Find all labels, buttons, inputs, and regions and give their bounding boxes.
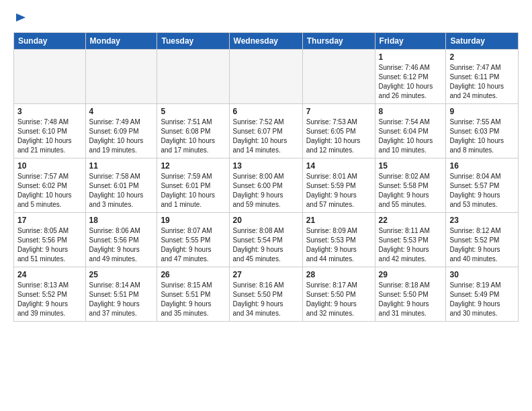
day-number: 11 <box>89 161 154 171</box>
calendar-day-16: 16Sunrise: 8:04 AM Sunset: 5:57 PM Dayli… <box>446 158 519 213</box>
day-info: Sunrise: 8:04 AM Sunset: 5:57 PM Dayligh… <box>449 172 515 210</box>
day-number: 29 <box>379 270 443 279</box>
calendar-day-4: 4Sunrise: 7:49 AM Sunset: 6:09 PM Daylig… <box>85 104 157 158</box>
calendar-day-30: 30Sunrise: 8:19 AM Sunset: 5:49 PM Dayli… <box>446 267 519 322</box>
day-number: 9 <box>449 107 515 116</box>
day-number: 28 <box>306 270 371 279</box>
day-info: Sunrise: 7:58 AM Sunset: 6:01 PM Dayligh… <box>89 172 154 210</box>
day-info: Sunrise: 8:00 AM Sunset: 6:00 PM Dayligh… <box>233 172 299 210</box>
day-info: Sunrise: 7:54 AM Sunset: 6:04 PM Dayligh… <box>379 118 443 155</box>
calendar-day-10: 10Sunrise: 7:57 AM Sunset: 6:02 PM Dayli… <box>14 158 86 213</box>
day-info: Sunrise: 8:02 AM Sunset: 5:58 PM Dayligh… <box>379 172 443 210</box>
calendar-day-21: 21Sunrise: 8:09 AM Sunset: 5:53 PM Dayli… <box>302 213 375 267</box>
day-number: 3 <box>17 107 82 116</box>
weekday-header-wednesday: Wednesday <box>229 33 302 50</box>
day-info: Sunrise: 8:19 AM Sunset: 5:49 PM Dayligh… <box>449 281 515 318</box>
day-info: Sunrise: 8:06 AM Sunset: 5:56 PM Dayligh… <box>89 226 154 264</box>
day-info: Sunrise: 8:11 AM Sunset: 5:53 PM Dayligh… <box>379 226 443 264</box>
day-number: 1 <box>379 52 443 62</box>
day-number: 16 <box>449 161 515 171</box>
day-number: 13 <box>233 161 299 171</box>
calendar-day-5: 5Sunrise: 7:51 AM Sunset: 6:08 PM Daylig… <box>157 104 229 158</box>
day-info: Sunrise: 8:15 AM Sunset: 5:51 PM Dayligh… <box>161 281 225 318</box>
calendar-empty-cell <box>229 50 302 104</box>
day-info: Sunrise: 8:01 AM Sunset: 5:59 PM Dayligh… <box>306 172 371 210</box>
day-number: 23 <box>449 216 515 225</box>
day-number: 6 <box>233 107 299 116</box>
calendar-day-18: 18Sunrise: 8:06 AM Sunset: 5:56 PM Dayli… <box>85 213 157 267</box>
day-number: 8 <box>379 107 443 116</box>
day-info: Sunrise: 7:51 AM Sunset: 6:08 PM Dayligh… <box>161 118 225 155</box>
day-number: 22 <box>379 216 443 225</box>
day-info: Sunrise: 7:55 AM Sunset: 6:03 PM Dayligh… <box>449 118 515 155</box>
calendar-day-12: 12Sunrise: 7:59 AM Sunset: 6:01 PM Dayli… <box>157 158 229 213</box>
day-number: 15 <box>379 161 443 171</box>
calendar-day-2: 2Sunrise: 7:47 AM Sunset: 6:11 PM Daylig… <box>446 50 519 104</box>
weekday-header-thursday: Thursday <box>302 33 375 50</box>
day-info: Sunrise: 8:08 AM Sunset: 5:54 PM Dayligh… <box>233 226 299 264</box>
day-info: Sunrise: 7:57 AM Sunset: 6:02 PM Dayligh… <box>17 172 82 210</box>
day-number: 27 <box>233 270 299 279</box>
weekday-header-friday: Friday <box>375 33 446 50</box>
calendar-table: SundayMondayTuesdayWednesdayThursdayFrid… <box>13 32 519 322</box>
day-info: Sunrise: 8:07 AM Sunset: 5:55 PM Dayligh… <box>161 226 225 264</box>
calendar-week-row: 10Sunrise: 7:57 AM Sunset: 6:02 PM Dayli… <box>14 158 519 213</box>
day-info: Sunrise: 8:12 AM Sunset: 5:52 PM Dayligh… <box>449 226 515 264</box>
calendar-day-29: 29Sunrise: 8:18 AM Sunset: 5:50 PM Dayli… <box>375 267 446 322</box>
calendar-day-7: 7Sunrise: 7:53 AM Sunset: 6:05 PM Daylig… <box>302 104 375 158</box>
calendar-week-row: 17Sunrise: 8:05 AM Sunset: 5:56 PM Dayli… <box>14 213 519 267</box>
calendar-week-row: 24Sunrise: 8:13 AM Sunset: 5:52 PM Dayli… <box>14 267 519 322</box>
weekday-header-tuesday: Tuesday <box>157 33 229 50</box>
day-info: Sunrise: 7:52 AM Sunset: 6:07 PM Dayligh… <box>233 118 299 155</box>
day-info: Sunrise: 8:14 AM Sunset: 5:51 PM Dayligh… <box>89 281 154 318</box>
day-number: 18 <box>89 216 154 225</box>
day-info: Sunrise: 7:59 AM Sunset: 6:01 PM Dayligh… <box>161 172 225 210</box>
calendar-week-row: 3Sunrise: 7:48 AM Sunset: 6:10 PM Daylig… <box>14 104 519 158</box>
day-number: 12 <box>161 161 225 171</box>
day-number: 4 <box>89 107 154 116</box>
day-number: 24 <box>17 270 82 279</box>
day-number: 19 <box>161 216 225 225</box>
calendar-day-14: 14Sunrise: 8:01 AM Sunset: 5:59 PM Dayli… <box>302 158 375 213</box>
day-number: 21 <box>306 216 371 225</box>
weekday-header-sunday: Sunday <box>14 33 86 50</box>
day-info: Sunrise: 8:13 AM Sunset: 5:52 PM Dayligh… <box>17 281 82 318</box>
calendar-day-15: 15Sunrise: 8:02 AM Sunset: 5:58 PM Dayli… <box>375 158 446 213</box>
day-number: 20 <box>233 216 299 225</box>
calendar-day-11: 11Sunrise: 7:58 AM Sunset: 6:01 PM Dayli… <box>85 158 157 213</box>
header <box>13 11 519 27</box>
day-info: Sunrise: 8:18 AM Sunset: 5:50 PM Dayligh… <box>379 281 443 318</box>
day-info: Sunrise: 7:46 AM Sunset: 6:12 PM Dayligh… <box>379 63 443 101</box>
day-number: 10 <box>17 161 82 171</box>
day-info: Sunrise: 8:16 AM Sunset: 5:50 PM Dayligh… <box>233 281 299 318</box>
calendar-day-20: 20Sunrise: 8:08 AM Sunset: 5:54 PM Dayli… <box>229 213 302 267</box>
calendar-day-9: 9Sunrise: 7:55 AM Sunset: 6:03 PM Daylig… <box>446 104 519 158</box>
day-number: 2 <box>449 52 515 62</box>
logo <box>13 13 27 27</box>
svg-marker-0 <box>16 13 26 21</box>
calendar-empty-cell <box>157 50 229 104</box>
day-info: Sunrise: 7:48 AM Sunset: 6:10 PM Dayligh… <box>17 118 82 155</box>
calendar-day-17: 17Sunrise: 8:05 AM Sunset: 5:56 PM Dayli… <box>14 213 86 267</box>
calendar-day-8: 8Sunrise: 7:54 AM Sunset: 6:04 PM Daylig… <box>375 104 446 158</box>
calendar-day-27: 27Sunrise: 8:16 AM Sunset: 5:50 PM Dayli… <box>229 267 302 322</box>
calendar-week-row: 1Sunrise: 7:46 AM Sunset: 6:12 PM Daylig… <box>14 50 519 104</box>
calendar-day-24: 24Sunrise: 8:13 AM Sunset: 5:52 PM Dayli… <box>14 267 86 322</box>
day-number: 5 <box>161 107 225 116</box>
logo-flag-icon <box>15 12 27 27</box>
calendar-day-28: 28Sunrise: 8:17 AM Sunset: 5:50 PM Dayli… <box>302 267 375 322</box>
day-info: Sunrise: 7:49 AM Sunset: 6:09 PM Dayligh… <box>89 118 154 155</box>
calendar-day-26: 26Sunrise: 8:15 AM Sunset: 5:51 PM Dayli… <box>157 267 229 322</box>
calendar-empty-cell <box>85 50 157 104</box>
calendar-day-6: 6Sunrise: 7:52 AM Sunset: 6:07 PM Daylig… <box>229 104 302 158</box>
calendar-empty-cell <box>302 50 375 104</box>
calendar-day-1: 1Sunrise: 7:46 AM Sunset: 6:12 PM Daylig… <box>375 50 446 104</box>
day-number: 26 <box>161 270 225 279</box>
day-info: Sunrise: 7:47 AM Sunset: 6:11 PM Dayligh… <box>449 63 515 101</box>
day-number: 25 <box>89 270 154 279</box>
day-info: Sunrise: 7:53 AM Sunset: 6:05 PM Dayligh… <box>306 118 371 155</box>
day-info: Sunrise: 8:05 AM Sunset: 5:56 PM Dayligh… <box>17 226 82 264</box>
calendar-empty-cell <box>14 50 86 104</box>
day-number: 17 <box>17 216 82 225</box>
calendar-day-13: 13Sunrise: 8:00 AM Sunset: 6:00 PM Dayli… <box>229 158 302 213</box>
